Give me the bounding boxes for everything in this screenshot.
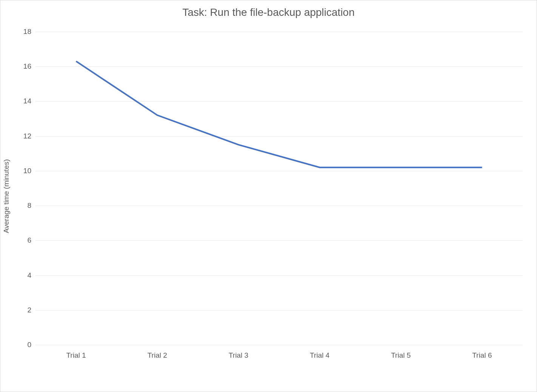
y-tick-label: 8	[16, 201, 31, 210]
chart-container: Task: Run the file-backup application Av…	[0, 0, 537, 392]
line-chart-svg	[35, 32, 523, 345]
y-tick-label: 10	[16, 167, 31, 175]
x-tick-label: Trial 4	[310, 351, 329, 360]
y-axis-label: Average time (minutes)	[2, 159, 11, 233]
x-tick-label: Trial 1	[66, 351, 86, 360]
x-tick-label: Trial 2	[147, 351, 167, 360]
y-tick-label: 0	[16, 341, 31, 349]
gridline	[35, 345, 523, 345]
y-tick-label: 6	[16, 236, 31, 244]
data-line	[76, 61, 482, 167]
y-tick-label: 18	[16, 28, 31, 36]
y-tick-label: 4	[16, 271, 31, 280]
y-tick-label: 2	[16, 306, 31, 314]
x-tick-label: Trial 3	[228, 351, 248, 360]
y-tick-label: 12	[16, 132, 31, 140]
x-tick-label: Trial 5	[391, 351, 410, 360]
y-tick-label: 16	[16, 62, 31, 71]
x-tick-label: Trial 6	[472, 351, 492, 360]
chart-title: Task: Run the file-backup application	[0, 6, 537, 18]
y-tick-label: 14	[16, 97, 31, 105]
